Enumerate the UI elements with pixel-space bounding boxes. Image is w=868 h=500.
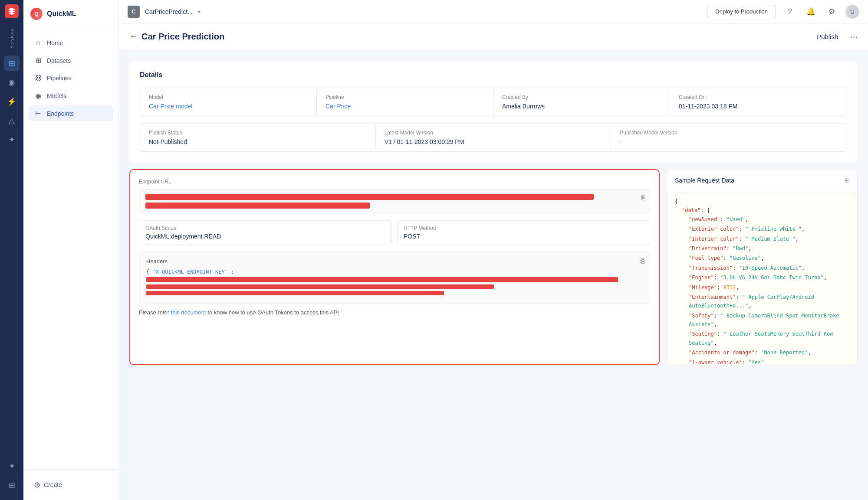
latest-version-value: V1 / 01-11-2023 03:09:29 PM [385,138,602,145]
published-model-version-cell: Published Model Version - [611,124,847,151]
sidebar-item-pipelines[interactable]: ⛓ Pipelines [29,70,113,86]
json-rows-container: "new&used": "Used","Exterior color": " P… [675,215,849,365]
doc-note-prefix: Please refer [139,309,171,316]
bell-icon[interactable]: 🔔 [804,5,818,19]
http-method-value: POST [404,233,644,240]
headers-redacted-1 [146,277,618,282]
create-button-label: Create [44,481,62,488]
sidebar-item-models[interactable]: ◉ Models [29,88,113,104]
page-title: Car Price Prediction [141,32,224,42]
page-header-right: Publish ··· [812,30,858,43]
sample-copy-button[interactable]: ⎘ [845,176,849,184]
datasets-icon: ⊞ [34,56,43,65]
http-method-box: HTTP Method POST [397,220,650,245]
json-row-5: "Transmission": "10-Speed Automatic", [675,264,849,272]
icon-bar-item-1[interactable]: ⊞ [4,56,20,71]
icon-bar-item-2[interactable]: ◉ [4,75,20,90]
home-icon: ⌂ [34,39,43,47]
created-on-label: Created On [679,94,838,100]
app-logo-icon[interactable] [5,4,19,18]
url-redacted-line2 [145,203,370,209]
sidebar-item-pipelines-label: Pipelines [47,75,72,82]
doc-note-suffix: to know how to use OAuth Tokens to acces… [207,309,339,316]
help-icon[interactable]: ? [783,5,797,19]
sidebar-item-datasets[interactable]: ⊞ Datasets [29,52,113,69]
endpoint-url-label: Endpoint URL [139,179,650,185]
endpoints-icon: ⊢ [34,109,43,118]
sidebar-item-datasets-label: Datasets [47,57,71,64]
sidebar-title: QuickML [47,10,76,18]
url-copy-button[interactable]: ⎘ [641,194,645,201]
project-name: CarPricePredict... [145,8,193,15]
doc-note: Please refer this document to know how t… [139,309,650,316]
models-icon: ◉ [34,92,43,100]
sidebar-item-home[interactable]: ⌂ Home [29,35,113,51]
back-button[interactable]: ← [129,32,137,41]
doc-link[interactable]: this document [171,309,206,316]
avatar-initial: U [850,8,855,15]
publish-status-label: Publish Status [149,130,367,136]
publish-status-value: Not-Published [149,138,367,145]
icon-bar-item-6[interactable]: ✦ [4,458,20,474]
icon-bar-item-5[interactable]: ✦ [4,132,20,147]
icon-bar-item-3[interactable]: ⚡ [4,94,20,109]
top-bar-left: C CarPricePredict... ▾ [128,6,201,18]
created-on-value: 01-11-2023 03:18 PM [679,103,838,110]
json-row-2: "Interior color": " Medium Slate ", [675,235,849,243]
latest-version-label: Latest Model Version [385,130,602,136]
headers-brace: { [146,269,152,275]
details-grid-row2: Publish Status Not-Published Latest Mode… [140,123,847,152]
published-version-value: - [620,138,838,145]
sidebar-footer: ⊕ Create [23,469,118,500]
pipeline-cell: Pipeline Car Price [317,88,493,116]
sidebar-logo: Q [30,8,43,20]
pipelines-icon: ⛓ [34,74,43,82]
project-initial: C [132,8,135,15]
main-content: C CarPricePredict... ▾ Deploy to Product… [119,0,868,500]
sidebar-item-endpoints[interactable]: ⊢ Endpoints [29,105,113,121]
publish-status-cell: Publish Status Not-Published [140,124,376,151]
headers-copy-button[interactable]: ⎘ [641,257,644,265]
publish-button[interactable]: Publish [812,30,843,43]
created-by-label: Created By [502,94,661,100]
url-redacted-line1 [145,194,594,200]
json-row-4: "Fuel type": "Gasoline", [675,254,849,262]
icon-bar-item-7[interactable]: ⊞ [4,477,20,493]
headers-title: Headers [146,258,643,265]
top-bar-right: Deploy to Production ? 🔔 ⚙ U [707,5,859,19]
pipeline-value[interactable]: Car Price [326,103,484,110]
project-badge: C [128,6,140,18]
user-avatar[interactable]: U [845,5,859,19]
sidebar-item-models-label: Models [47,92,66,99]
icon-bar: Services ⊞ ◉ ⚡ △ ✦ ✦ ⊞ [0,0,23,500]
project-dropdown-icon[interactable]: ▾ [198,9,201,15]
settings-icon[interactable]: ⚙ [825,5,838,19]
details-card: Details Model Car Price model Pipeline C… [129,61,858,162]
sidebar-navigation: ⌂ Home ⊞ Datasets ⛓ Pipelines ◉ Models ⊢… [23,28,118,469]
oauth-scope-box: OAuth Scope QuickML.deployment.READ [139,220,392,245]
json-row-10: "Seating": " Leather SeatsMemory SeatThi… [675,330,849,347]
json-row-9: "Safety": " Backup CameraBlind Spot Moni… [675,311,849,329]
headers-card: Headers ⎘ { 'X-QUICKML-ENDPOINT-KEY' : [139,252,650,304]
json-row-0: "new&used": "Used", [675,215,849,224]
details-title: Details [140,71,847,79]
sample-title: Sample Request Data [675,177,734,184]
http-method-label: HTTP Method [404,225,644,231]
headers-redacted-3 [146,291,444,295]
icon-bar-item-4[interactable]: △ [4,113,20,128]
oauth-http-row: OAuth Scope QuickML.deployment.READ HTTP… [139,220,650,245]
endpoint-card: Endpoint URL ⎘ OAuth Scope QuickML.deplo… [129,169,660,365]
create-button[interactable]: ⊕ Create [29,477,113,493]
model-value[interactable]: Car Price model [149,103,308,110]
json-row-11: "Accidents or damage": "None Reported", [675,348,849,357]
json-row-3: "Drivetrain": "Rwd", [675,244,849,253]
page-header-left: ← Car Price Prediction [129,32,224,42]
published-version-label: Published Model Version [620,130,838,136]
headers-colon: : [231,269,234,275]
sample-body: { "data": { "new&used": "Used","Exterior… [667,191,857,365]
pipeline-label: Pipeline [326,94,484,100]
json-row-8: "Entertainment": " Apple CarPlay/Android… [675,293,849,310]
deploy-to-production-button[interactable]: Deploy to Production [707,5,776,18]
more-options-icon[interactable]: ··· [850,32,858,42]
headers-code-line1: { 'X-QUICKML-ENDPOINT-KEY' : [146,269,643,275]
